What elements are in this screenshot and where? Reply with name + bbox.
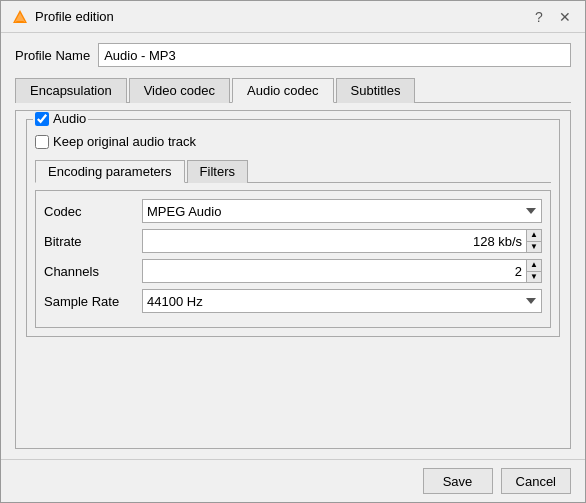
channels-down-button[interactable]: ▼ bbox=[527, 272, 541, 283]
audio-legend: Audio bbox=[33, 111, 88, 126]
tab-audio-codec[interactable]: Audio codec bbox=[232, 78, 334, 103]
tab-encapsulation[interactable]: Encapsulation bbox=[15, 78, 127, 103]
channels-row: Channels ▲ ▼ bbox=[44, 259, 542, 283]
tab-encoding-parameters[interactable]: Encoding parameters bbox=[35, 160, 185, 183]
codec-control: MPEG Audio MP3 AAC Vorbis FLAC bbox=[142, 199, 542, 223]
profile-edition-dialog: Profile edition ? ✕ Profile Name Encapsu… bbox=[0, 0, 586, 503]
tab-filters[interactable]: Filters bbox=[187, 160, 248, 183]
codec-row: Codec MPEG Audio MP3 AAC Vorbis FLAC bbox=[44, 199, 542, 223]
tab-subtitles[interactable]: Subtitles bbox=[336, 78, 416, 103]
cancel-button[interactable]: Cancel bbox=[501, 468, 571, 494]
title-bar-buttons: ? ✕ bbox=[529, 7, 575, 27]
save-button[interactable]: Save bbox=[423, 468, 493, 494]
channels-spin-buttons: ▲ ▼ bbox=[526, 260, 541, 282]
tab-video-codec[interactable]: Video codec bbox=[129, 78, 230, 103]
profile-name-label: Profile Name bbox=[15, 48, 90, 63]
content-spacer bbox=[26, 345, 560, 440]
profile-name-row: Profile Name bbox=[15, 43, 571, 67]
audio-label: Audio bbox=[53, 111, 86, 126]
keep-original-checkbox[interactable] bbox=[35, 135, 49, 149]
help-button[interactable]: ? bbox=[529, 7, 549, 27]
bitrate-control: ▲ ▼ bbox=[142, 229, 542, 253]
title-bar: Profile edition ? ✕ bbox=[1, 1, 585, 33]
title-bar-left: Profile edition bbox=[11, 8, 114, 26]
audio-checkbox[interactable] bbox=[35, 112, 49, 126]
bitrate-spinbox: ▲ ▼ bbox=[142, 229, 542, 253]
encoding-content: Codec MPEG Audio MP3 AAC Vorbis FLAC bbox=[35, 190, 551, 328]
svg-rect-2 bbox=[16, 21, 24, 23]
sample-rate-label: Sample Rate bbox=[44, 294, 134, 309]
profile-name-input[interactable] bbox=[98, 43, 571, 67]
codec-select[interactable]: MPEG Audio MP3 AAC Vorbis FLAC bbox=[142, 199, 542, 223]
audio-checkbox-group: Audio Keep original audio track Encoding… bbox=[26, 119, 560, 337]
bitrate-input[interactable] bbox=[143, 232, 526, 251]
close-button[interactable]: ✕ bbox=[555, 7, 575, 27]
vlc-icon bbox=[11, 8, 29, 26]
sample-rate-control: 44100 Hz 22050 Hz 11025 Hz 48000 Hz bbox=[142, 289, 542, 313]
bitrate-spin-buttons: ▲ ▼ bbox=[526, 230, 541, 252]
keep-original-row: Keep original audio track bbox=[35, 134, 551, 149]
channels-up-button[interactable]: ▲ bbox=[527, 260, 541, 272]
main-tabs: Encapsulation Video codec Audio codec Su… bbox=[15, 77, 571, 103]
bitrate-up-button[interactable]: ▲ bbox=[527, 230, 541, 242]
sample-rate-select[interactable]: 44100 Hz 22050 Hz 11025 Hz 48000 Hz bbox=[142, 289, 542, 313]
bitrate-label: Bitrate bbox=[44, 234, 134, 249]
dialog-footer: Save Cancel bbox=[1, 459, 585, 502]
bitrate-down-button[interactable]: ▼ bbox=[527, 242, 541, 253]
dialog-title: Profile edition bbox=[35, 9, 114, 24]
sample-rate-row: Sample Rate 44100 Hz 22050 Hz 11025 Hz 4… bbox=[44, 289, 542, 313]
tab-content-area: Audio Keep original audio track Encoding… bbox=[15, 110, 571, 449]
dialog-content: Profile Name Encapsulation Video codec A… bbox=[1, 33, 585, 459]
keep-original-label: Keep original audio track bbox=[53, 134, 196, 149]
channels-spinbox: ▲ ▼ bbox=[142, 259, 542, 283]
sub-tabs: Encoding parameters Filters bbox=[35, 159, 551, 183]
bitrate-row: Bitrate ▲ ▼ bbox=[44, 229, 542, 253]
channels-label: Channels bbox=[44, 264, 134, 279]
channels-input[interactable] bbox=[143, 262, 526, 281]
channels-control: ▲ ▼ bbox=[142, 259, 542, 283]
codec-label: Codec bbox=[44, 204, 134, 219]
